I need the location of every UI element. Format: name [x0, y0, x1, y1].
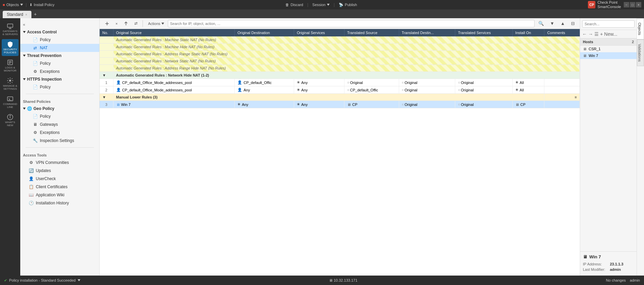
right-panel: ← → ☰ + New... Hosts 2 🖥	[580, 18, 644, 276]
sidebar-item-gateways[interactable]: GATEWAYS & SERVERS	[2, 21, 19, 38]
nav-down-button[interactable]: ▼	[548, 20, 557, 27]
table-row[interactable]: Automatic Generated Rules : Network Stat…	[100, 58, 580, 65]
nat-label: NAT	[40, 46, 48, 50]
host-item-win7[interactable]: 🖥 Win 7	[580, 52, 637, 59]
nav-item-https-policy[interactable]: 📄 Policy	[20, 83, 99, 91]
right-panel-toolbar: ← → ☰ + New...	[580, 30, 637, 38]
col-install: Install On	[512, 29, 544, 36]
restore-button[interactable]: □	[630, 2, 635, 7]
gateways-sidebar-label: GATEWAYS & SERVERS	[2, 30, 19, 36]
cmdline-sidebar-label: COMMAND LINE	[2, 103, 19, 109]
delete-rule-button[interactable]: ×	[113, 20, 120, 27]
gateways-nav-label: Gateways	[40, 122, 58, 127]
geo-exceptions-label: Exceptions	[40, 130, 60, 135]
table-row[interactable]: Automatic Generated Rules : Address Rang…	[100, 51, 580, 58]
right-search-input[interactable]	[582, 20, 635, 28]
access-control-header[interactable]: Access Control	[20, 28, 99, 36]
nav-up-button[interactable]: ▲	[558, 20, 567, 27]
actions-button[interactable]: Actions	[146, 20, 166, 27]
status-ip: 10.32.133.171	[334, 278, 357, 282]
left-sidebar: GATEWAYS & SERVERS SECURITY POLICIES LOG…	[0, 18, 20, 276]
nav-item-install-history[interactable]: 🕐 Installation History	[20, 199, 99, 207]
add-tab-button[interactable]: +	[31, 10, 40, 18]
nav-item-inspection-settings[interactable]: 🔧 Inspection Settings	[20, 137, 99, 145]
table-row[interactable]: Automatic Generated Rules : Machine Hide…	[100, 44, 580, 51]
nav-item-policy[interactable]: 📄 Policy	[20, 36, 99, 44]
nav-item-nat[interactable]: ⇄ NAT	[20, 44, 99, 52]
nav-item-updates[interactable]: 🔄 Updates	[20, 167, 99, 175]
https-inspection-header[interactable]: HTTPS Inspection	[20, 76, 99, 83]
session-chevron	[327, 4, 330, 6]
brand-line2: SmartConsole	[597, 5, 621, 9]
install-policy-button[interactable]: ⬇ Install Policy	[29, 3, 54, 7]
objects-menu-button[interactable]: ■ Objects	[3, 3, 23, 7]
top-bar: ■ Objects | ⬇ Install Policy 🗑 Discard |…	[0, 0, 644, 9]
publish-button[interactable]: 📡 Publish	[339, 3, 357, 7]
nav-item-gateways[interactable]: 🖥 Gateways	[20, 120, 99, 129]
sidebar-item-logs[interactable]: LOGS & MONITOR	[2, 57, 19, 74]
detail-modifier-label: Last Modifier:	[583, 267, 610, 272]
forward-button[interactable]: →	[588, 31, 593, 37]
nav-item-geo-policy[interactable]: 📄 Policy	[20, 112, 99, 120]
nav-panel: « Access Control 📄 Policy ⇄ NAT Threat P…	[20, 18, 100, 276]
nav-item-vpn[interactable]: ⚙ VPN Communities	[20, 159, 99, 167]
cell-trans-src: =Original	[344, 79, 399, 86]
cell-trans-svc: =Original	[455, 101, 513, 108]
shared-policies-label: Shared Policies	[20, 97, 99, 105]
list-view-button[interactable]: ☰	[594, 31, 599, 37]
search-button[interactable]: 🔍	[536, 20, 546, 27]
content-area: × ⇄ Actions 🔍 ▼ ▲ ⊟	[100, 18, 580, 276]
inspection-settings-icon: 🔧	[32, 138, 38, 143]
sidebar-item-security[interactable]: SECURITY POLICIES	[2, 39, 19, 56]
sidebar-item-whatsnew[interactable]: WHAT'S NEW	[2, 112, 19, 129]
gateways-nav-icon: 🖥	[32, 122, 38, 127]
threat-prevention-header[interactable]: Threat Prevention	[20, 52, 99, 59]
minimize-button[interactable]: −	[624, 2, 629, 7]
detail-host-name: Win 7	[589, 254, 601, 259]
svg-point-7	[9, 80, 11, 82]
search-input[interactable]	[168, 20, 535, 27]
app-wiki-icon: 📖	[28, 192, 34, 198]
nav-item-exceptions[interactable]: ⚙ Exceptions	[20, 67, 99, 76]
session-button[interactable]: Session	[312, 3, 330, 7]
close-button[interactable]: ×	[636, 2, 641, 7]
no-changes: No changes	[606, 278, 626, 282]
validations-tab[interactable]: Validations	[637, 39, 644, 66]
https-policy-label: Policy	[40, 85, 51, 89]
table-row[interactable]: 2 👤CP_default_Office_Mode_addresses_pool…	[100, 86, 580, 94]
host-item-csr1[interactable]: 🖥 CSR_1	[580, 46, 637, 52]
objects-tab[interactable]: Objects	[637, 18, 644, 39]
filter-button[interactable]: ⊟	[569, 20, 577, 27]
collapse-button[interactable]: «	[20, 21, 99, 28]
policy-status: Policy installation - Standard Succeeded	[9, 278, 76, 282]
new-object-button[interactable]: + New...	[600, 31, 617, 37]
table-row: ▼Automatic Generated Rules : Network Hid…	[100, 72, 580, 79]
vpn-label: VPN Communities	[36, 160, 69, 165]
table-row[interactable]: Automatic Generated Rules : Machine Stat…	[100, 36, 580, 44]
back-button[interactable]: ←	[582, 31, 587, 37]
client-certs-icon: 📋	[28, 184, 34, 190]
toolbar: × ⇄ Actions 🔍 ▼ ▲ ⊟	[100, 18, 580, 29]
discard-button[interactable]: 🗑 Discard	[285, 3, 303, 7]
nav-item-tp-policy[interactable]: 📄 Policy	[20, 59, 99, 67]
nav-item-client-certs[interactable]: 📋 Client Certificates	[20, 183, 99, 191]
move-up-button[interactable]	[121, 20, 131, 27]
sidebar-item-cmdline[interactable]: COMMAND LINE	[2, 94, 19, 111]
table-row[interactable]: 1 👤CP_default_Office_Mode_addresses_pool…	[100, 79, 580, 86]
exchange-button[interactable]: ⇄	[132, 20, 140, 27]
add-rule-button[interactable]	[102, 20, 112, 27]
exceptions-icon: ⚙	[32, 69, 38, 74]
nav-item-geo-exceptions[interactable]: ⚙ Exceptions	[20, 129, 99, 137]
table-row[interactable]: 3 🖥Win 7 ✳ Any ✳ Any 🖥CP =Original =Orig…	[100, 101, 580, 108]
geo-policy-header[interactable]: 🌐 Geo Policy	[20, 105, 99, 112]
sidebar-item-manage[interactable]: MANAGE & SETTINGS	[2, 76, 19, 92]
cell-comments	[544, 101, 580, 108]
brand-icon: CP	[588, 1, 595, 8]
standard-tab[interactable]: Standard ×	[3, 11, 31, 18]
table-row[interactable]: Automatic Generated Rules : Address Rang…	[100, 65, 580, 72]
whatsnew-sidebar-label: WHAT'S NEW	[2, 121, 19, 127]
nav-item-usercheck[interactable]: 👤 UserCheck	[20, 175, 99, 183]
access-control-chevron	[23, 31, 26, 33]
nat-table: No. Original Source Original Destination…	[100, 29, 580, 108]
nav-item-app-wiki[interactable]: 📖 Application Wiki	[20, 191, 99, 199]
